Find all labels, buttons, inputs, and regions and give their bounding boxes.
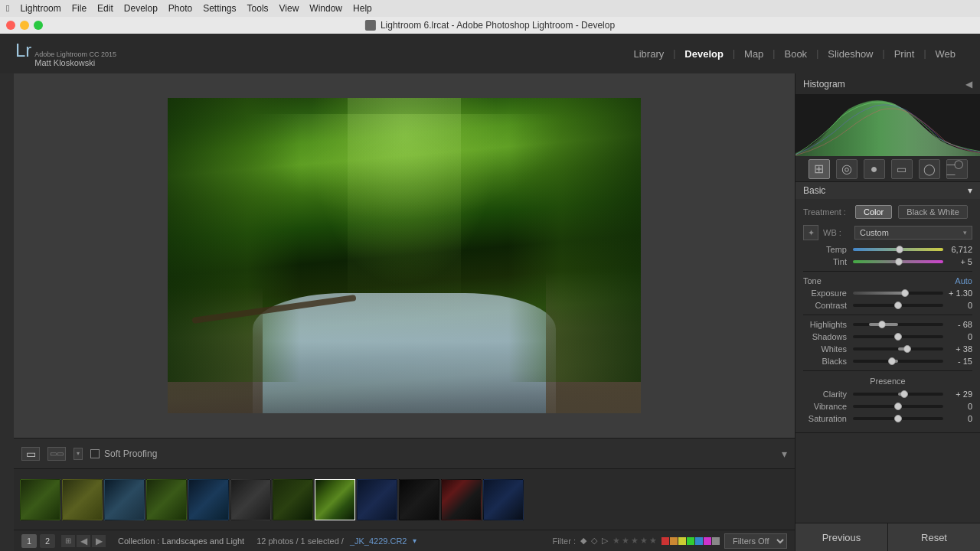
exposure-slider[interactable] <box>853 292 943 295</box>
previous-button[interactable]: Previous <box>795 523 888 551</box>
maximize-button[interactable] <box>34 21 43 30</box>
menu-lightroom[interactable]: Lightroom <box>20 3 60 14</box>
menu-photo[interactable]: Photo <box>168 3 192 14</box>
soft-proofing-toggle[interactable]: Soft Proofing <box>90 448 157 459</box>
menu-window[interactable]: Window <box>309 3 342 14</box>
menu-file[interactable]: File <box>72 3 87 14</box>
filmstrip-thumb-11[interactable] <box>441 479 482 520</box>
highlights-slider[interactable] <box>853 323 943 326</box>
nav-book[interactable]: Book <box>775 48 816 60</box>
view-num-1[interactable]: 1 <box>21 534 37 548</box>
contrast-slider[interactable] <box>853 304 943 307</box>
nav-left-btn[interactable]: ◀ <box>77 535 90 547</box>
menu-tools[interactable]: Tools <box>247 3 269 14</box>
view-num-2[interactable]: 2 <box>40 534 55 548</box>
compare-view-button[interactable]: ▭▭ <box>47 447 66 461</box>
filmstrip-thumb-2[interactable] <box>62 479 103 520</box>
nav-web[interactable]: Web <box>926 48 965 60</box>
star-2[interactable]: ★ <box>622 536 629 546</box>
filmstrip-thumb-1[interactable] <box>20 479 60 520</box>
menu-view[interactable]: View <box>279 3 299 14</box>
star-3[interactable]: ★ <box>631 536 639 546</box>
filmstrip-thumb-12[interactable] <box>483 479 524 520</box>
adjustment-brush-tool[interactable]: —◯— <box>946 159 968 179</box>
nav-slideshow[interactable]: Slideshow <box>818 48 882 60</box>
filmstrip-thumb-5[interactable] <box>188 479 229 520</box>
crop-tool[interactable]: ⊞ <box>808 159 830 179</box>
saturation-slider-thumb[interactable] <box>894 415 902 422</box>
menu-settings[interactable]: Settings <box>203 3 236 14</box>
filter-icon-1[interactable]: ◆ <box>580 536 586 546</box>
whites-slider[interactable] <box>853 347 943 350</box>
basic-panel-header[interactable]: Basic ▾ <box>795 182 980 199</box>
filmstrip-thumb-10[interactable] <box>399 479 439 520</box>
filmstrip-thumb-7[interactable] <box>273 479 313 520</box>
nav-right-btn[interactable]: ▶ <box>92 535 106 547</box>
menu-develop[interactable]: Develop <box>124 3 158 14</box>
nav-print[interactable]: Print <box>885 48 924 60</box>
filmstrip-thumb-8[interactable] <box>315 479 355 520</box>
minimize-button[interactable] <box>20 21 29 30</box>
redeye-tool[interactable]: ● <box>864 159 885 179</box>
blacks-slider[interactable] <box>853 360 943 363</box>
filmstrip-thumb-6[interactable] <box>230 479 271 520</box>
tint-slider-thumb[interactable] <box>895 258 903 266</box>
apple-menu[interactable]:  <box>6 3 9 14</box>
highlights-slider-thumb[interactable] <box>878 321 886 328</box>
histogram-collapse-arrow[interactable]: ◀ <box>965 79 972 90</box>
graduated-filter-tool[interactable]: ▭ <box>891 159 913 179</box>
photo-container[interactable] <box>168 98 641 413</box>
menu-edit[interactable]: Edit <box>97 3 113 14</box>
nav-map[interactable]: Map <box>735 48 773 60</box>
saturation-slider[interactable] <box>853 417 943 420</box>
color-filter-blue[interactable] <box>695 537 703 545</box>
nav-library[interactable]: Library <box>624 48 673 60</box>
star-5[interactable]: ★ <box>649 536 657 546</box>
shadows-slider[interactable] <box>853 335 943 338</box>
nav-develop[interactable]: Develop <box>675 48 733 60</box>
clarity-slider[interactable] <box>853 393 943 396</box>
vibrance-slider-thumb[interactable] <box>894 403 902 410</box>
panel-collapse-arrow[interactable]: ▾ <box>782 448 787 460</box>
tint-slider[interactable] <box>853 260 943 263</box>
contrast-slider-thumb[interactable] <box>894 302 902 309</box>
close-button[interactable] <box>6 21 15 30</box>
filmstrip-thumb-9[interactable] <box>357 479 397 520</box>
temp-slider-thumb[interactable] <box>896 246 903 253</box>
radial-filter-tool[interactable]: ◯ <box>919 159 940 179</box>
color-filter-yellow[interactable] <box>678 537 686 545</box>
clarity-slider-thumb[interactable] <box>900 390 908 398</box>
reset-button[interactable]: Reset <box>888 523 980 551</box>
bw-treatment-btn[interactable]: Black & White <box>898 205 967 219</box>
star-1[interactable]: ★ <box>612 536 620 546</box>
temp-slider[interactable] <box>853 248 943 251</box>
view-options-dropdown[interactable]: ▾ <box>74 448 83 460</box>
color-filter-red[interactable] <box>662 537 669 545</box>
color-filter-gray[interactable] <box>712 537 720 545</box>
color-filter-orange[interactable] <box>670 537 678 545</box>
filters-dropdown[interactable]: Filters Off <box>724 533 787 549</box>
user-name: Matt Kloskowski <box>34 58 116 67</box>
filename-dropdown[interactable]: ▾ <box>413 536 416 545</box>
whites-slider-thumb[interactable] <box>903 345 911 353</box>
shadows-slider-thumb[interactable] <box>894 333 902 341</box>
soft-proofing-checkbox[interactable] <box>90 449 100 458</box>
blacks-slider-thumb[interactable] <box>888 357 896 365</box>
eyedropper-tool[interactable]: ✦ <box>803 225 818 240</box>
filter-icon-2[interactable]: ◇ <box>591 536 597 546</box>
filmstrip-thumb-4[interactable] <box>146 479 187 520</box>
exposure-slider-thumb[interactable] <box>901 289 909 297</box>
menu-help[interactable]: Help <box>353 3 372 14</box>
color-filter-green[interactable] <box>687 537 694 545</box>
filter-icon-3[interactable]: ▷ <box>602 536 608 546</box>
grid-view-btn[interactable]: ⊞ <box>61 535 75 547</box>
spot-removal-tool[interactable]: ◎ <box>836 159 858 179</box>
color-treatment-btn[interactable]: Color <box>855 205 892 219</box>
filmstrip-thumb-3[interactable] <box>104 479 145 520</box>
auto-tone-button[interactable]: Auto <box>955 276 972 285</box>
wb-dropdown[interactable]: Custom ▾ <box>854 226 972 240</box>
color-filter-purple[interactable] <box>704 537 711 545</box>
vibrance-slider[interactable] <box>853 405 943 408</box>
star-4[interactable]: ★ <box>640 536 648 546</box>
view-single-button[interactable]: ▭ <box>21 447 40 461</box>
